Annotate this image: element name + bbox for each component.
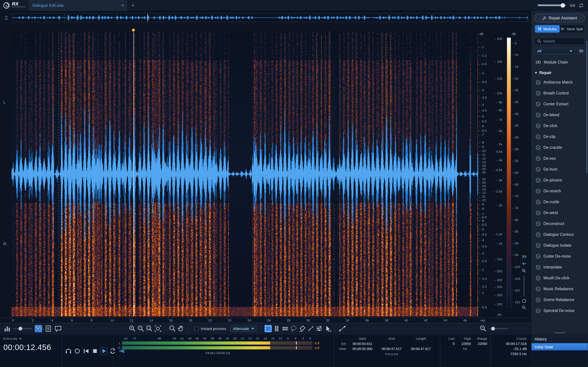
ruler-tick bbox=[247, 318, 247, 319]
module-item-de-click[interactable]: De-click bbox=[531, 120, 588, 131]
zoom-selection-button[interactable] bbox=[146, 325, 153, 332]
selection-tool-options-button[interactable] bbox=[324, 325, 331, 332]
module-item-de-reverb[interactable]: De-reverb bbox=[531, 185, 588, 196]
module-item-center-extract[interactable]: Center Extract bbox=[531, 99, 588, 109]
instant-process-control[interactable]: Instant process bbox=[195, 326, 226, 331]
spectrogram-canvas[interactable] bbox=[11, 32, 478, 316]
zoom-out-button[interactable] bbox=[137, 325, 145, 332]
rewind-button[interactable] bbox=[82, 347, 90, 355]
meter-bridge-button[interactable] bbox=[3, 325, 11, 332]
lasso-select-button[interactable] bbox=[290, 325, 297, 332]
module-item-de-hum[interactable]: De-hum bbox=[531, 164, 588, 175]
time-ruler[interactable]: sec 024681012141618202224262830323436384… bbox=[0, 317, 531, 323]
amp-tick: -3.5 bbox=[479, 244, 487, 248]
stop-button[interactable] bbox=[91, 347, 99, 355]
module-item-de-ess[interactable]: De-ess bbox=[531, 153, 588, 164]
module-item-de-bleed[interactable]: De-bleed bbox=[531, 109, 588, 120]
category-filter-dropdown[interactable]: All bbox=[534, 48, 575, 54]
module-item-guitar-de-noise[interactable]: Guitar De-noise bbox=[531, 251, 588, 262]
vertical-zoom-knob[interactable] bbox=[522, 299, 526, 303]
module-item-breath-control[interactable]: Breath Control bbox=[531, 88, 588, 99]
adjust-selection-button[interactable] bbox=[315, 325, 323, 332]
panel-splitter[interactable] bbox=[531, 331, 588, 334]
module-item-de-rustle[interactable]: De-rustle bbox=[531, 196, 588, 207]
module-list-scrollbar[interactable] bbox=[586, 41, 587, 173]
tab-modules[interactable]: Modules bbox=[535, 25, 560, 33]
list-options-button[interactable] bbox=[578, 48, 585, 54]
module-item-dialogue-contour[interactable]: Dialogue Contour bbox=[531, 229, 588, 240]
vertical-zoom-slider[interactable] bbox=[523, 275, 525, 297]
horizontal-zoom-slider[interactable] bbox=[489, 328, 508, 329]
time-format-dropdown[interactable]: h:m:s.ms bbox=[3, 337, 58, 341]
module-item-de-wind[interactable]: De-wind bbox=[531, 207, 588, 218]
tab-stem-split[interactable]: Stem Split bbox=[560, 25, 584, 33]
meter-scale-label: -60 bbox=[157, 337, 161, 340]
module-item-de-plosive[interactable]: De-plosive bbox=[531, 175, 588, 185]
record-button[interactable] bbox=[73, 347, 81, 355]
amp-tick: -11 bbox=[479, 195, 485, 198]
volume-knob[interactable] bbox=[561, 3, 565, 8]
overview-strip[interactable] bbox=[12, 13, 528, 22]
module-label: Dialogue Contour bbox=[544, 233, 574, 236]
module-item-spectral-de-noise[interactable]: Spectral De-noise bbox=[531, 305, 588, 316]
freq-tick: 3k bbox=[496, 178, 502, 182]
sync-icon[interactable] bbox=[579, 2, 584, 8]
amp-tick: -12 bbox=[479, 157, 486, 160]
monitor-button[interactable] bbox=[65, 347, 72, 355]
vertical-zoom-out-button[interactable] bbox=[522, 305, 527, 310]
module-label: De-plosive bbox=[544, 178, 562, 182]
new-tab-button[interactable]: + bbox=[128, 2, 138, 8]
time-select-button[interactable] bbox=[273, 325, 280, 332]
module-item-ambience-match[interactable]: Ambience Match bbox=[531, 77, 588, 88]
ruler-tick bbox=[403, 318, 404, 319]
file-tab[interactable]: Dialogue Edit.wav × bbox=[29, 0, 128, 11]
module-item-scene-rebalance[interactable]: Scene Rebalance bbox=[531, 294, 588, 305]
colorbar-tick: 20 bbox=[512, 76, 519, 80]
tab-close-button[interactable]: × bbox=[121, 3, 124, 8]
play-button[interactable] bbox=[100, 347, 108, 355]
meter-scale-label: 0 bbox=[309, 337, 311, 340]
module-item-de-crackle[interactable]: De-crackle bbox=[531, 142, 588, 153]
horizontal-zoom-out-button[interactable] bbox=[479, 325, 487, 332]
markers-list-button[interactable] bbox=[44, 325, 52, 332]
display-blend-slider[interactable] bbox=[13, 328, 32, 329]
spectrogram-waveform-toggle[interactable] bbox=[35, 325, 42, 332]
volume-slider[interactable] bbox=[538, 4, 566, 6]
module-item-deconstruct[interactable]: Deconstruct bbox=[531, 218, 588, 229]
horizontal-zoom-slider-knob[interactable] bbox=[491, 327, 495, 331]
module-item-interpolate[interactable]: Interpolate bbox=[531, 262, 588, 273]
overview-waveform[interactable] bbox=[13, 14, 528, 22]
signal-chain-button[interactable] bbox=[338, 325, 346, 332]
zoom-fit-button[interactable] bbox=[154, 325, 162, 332]
playhead[interactable] bbox=[133, 32, 134, 316]
search-input[interactable]: Search bbox=[534, 37, 585, 45]
app-window: RXADVANCED Dialogue Edit.wav × + Vol L R bbox=[0, 0, 588, 367]
module-label: De-wind bbox=[544, 211, 558, 215]
selection-start-marker bbox=[58, 32, 59, 316]
repair-assistant-button[interactable]: Repair Assistant bbox=[534, 14, 585, 22]
history-item[interactable]: Initial State bbox=[532, 343, 588, 350]
meter-scale-label: -24 bbox=[248, 337, 252, 340]
module-chain-label: Module Chain bbox=[544, 60, 568, 64]
grab-tool-button[interactable] bbox=[177, 325, 185, 332]
instant-process-checkbox[interactable] bbox=[195, 326, 199, 331]
comments-button[interactable] bbox=[54, 325, 62, 332]
time-frequency-select-button[interactable] bbox=[264, 325, 272, 332]
magic-wand-button[interactable] bbox=[307, 325, 314, 332]
process-mode-dropdown[interactable]: Attenuate bbox=[230, 325, 257, 332]
overview-expand-button[interactable] bbox=[3, 14, 9, 21]
magnify-tool-button[interactable] bbox=[169, 325, 176, 332]
playhead-handle[interactable] bbox=[132, 29, 135, 32]
brush-select-button[interactable] bbox=[298, 325, 306, 332]
module-item-dialogue-isolate[interactable]: Dialogue Isolate bbox=[531, 240, 588, 251]
module-item-mouth-de-click[interactable]: Mouth De-click bbox=[531, 273, 588, 284]
module-item-music-rebalance[interactable]: Music Rebalance bbox=[531, 284, 588, 294]
repair-section-header[interactable]: Repair bbox=[531, 69, 588, 77]
zoom-in-button[interactable] bbox=[129, 325, 136, 332]
vertical-zoom-in-button[interactable] bbox=[522, 268, 527, 273]
module-item-de-clip[interactable]: De-clip bbox=[531, 131, 588, 142]
module-chain-item[interactable]: Module Chain bbox=[531, 58, 588, 67]
colorbar-tick: 85 bbox=[512, 230, 519, 233]
display-blend-slider-knob[interactable] bbox=[19, 327, 22, 331]
frequency-select-button[interactable] bbox=[281, 325, 289, 332]
